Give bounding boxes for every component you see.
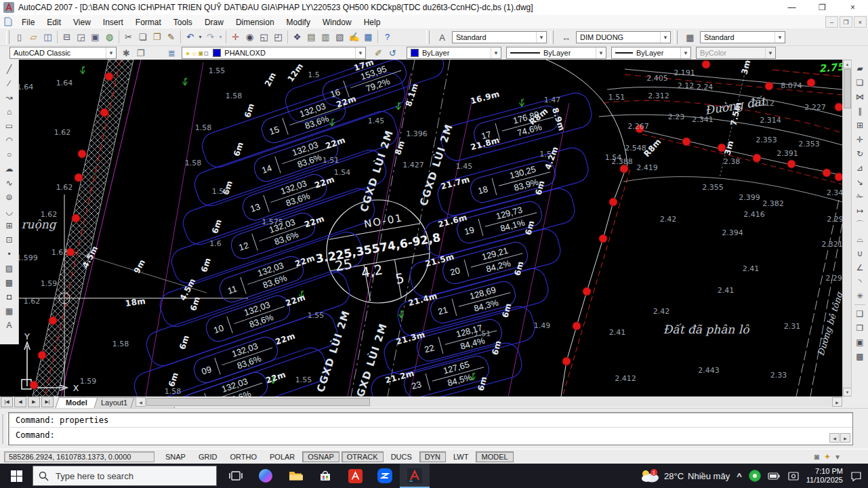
join-icon[interactable]: ∪: [853, 246, 867, 260]
search-input[interactable]: [54, 470, 192, 482]
drawing-hscrollbar[interactable]: ◀ ▶: [136, 397, 842, 407]
ellipse-icon[interactable]: ⊜: [3, 190, 16, 204]
workspace-settings-icon[interactable]: ✱: [119, 45, 133, 60]
trim-icon[interactable]: ✁: [853, 189, 867, 203]
dyn-toggle[interactable]: DYN: [419, 451, 446, 462]
rectangle-icon[interactable]: ▭: [3, 119, 16, 133]
rotate-icon[interactable]: ↻: [853, 146, 867, 161]
layer-previous-icon[interactable]: ↺: [386, 45, 400, 60]
acrobat-button[interactable]: [340, 464, 370, 488]
undo-dropdown-icon[interactable]: ▾: [197, 30, 203, 45]
scroll-right-button[interactable]: ▶: [832, 397, 842, 407]
plot-icon[interactable]: ⊟: [60, 30, 74, 45]
menu-draw[interactable]: Draw: [199, 16, 230, 28]
model-toggle[interactable]: MODEL: [476, 451, 513, 462]
menu-modify[interactable]: Modify: [281, 16, 316, 28]
insert-block-icon[interactable]: ⊞: [3, 218, 16, 232]
region-icon[interactable]: ◘: [3, 289, 16, 304]
stretch-icon[interactable]: ↘: [853, 175, 867, 189]
tab-model[interactable]: Model: [55, 397, 98, 408]
table-style-select[interactable]: Standard▼: [700, 31, 785, 43]
mtext-icon[interactable]: A: [3, 318, 16, 332]
menu-view[interactable]: View: [67, 16, 97, 28]
action-center-icon[interactable]: [850, 470, 863, 483]
spline-icon[interactable]: ∿: [3, 176, 16, 190]
vscroll-thumb[interactable]: [844, 69, 851, 108]
toolbar-grip[interactable]: [6, 30, 9, 44]
array-icon[interactable]: ⊞: [853, 118, 867, 132]
line-icon[interactable]: ╱: [3, 62, 16, 76]
revcloud-icon[interactable]: ☁: [3, 161, 16, 176]
snap-toggle[interactable]: SNAP: [160, 451, 191, 462]
layer-lock-icon[interactable]: ◙: [199, 49, 203, 57]
window-lock-icon[interactable]: ❐: [133, 45, 148, 60]
paste-icon[interactable]: ❐: [150, 30, 164, 45]
drawing-area[interactable]: 16 153,9579,2% 15 132,0383,6% 14 132,038…: [0, 60, 842, 396]
draworder-front-icon[interactable]: ❑: [853, 306, 867, 321]
designcenter-icon[interactable]: ▤: [304, 30, 318, 45]
break-icon[interactable]: ⌓: [853, 232, 867, 246]
linetype-select[interactable]: ByLayer▼: [506, 47, 606, 59]
quickcalc-icon[interactable]: ▦: [361, 30, 375, 45]
toolbar-lock-icon[interactable]: ◙: [814, 452, 819, 462]
color-select[interactable]: ByLayer▼: [407, 47, 501, 59]
taskbar-clock[interactable]: 7:10 PM 11/10/2025: [806, 467, 843, 485]
polyline-icon[interactable]: ↝: [3, 90, 16, 104]
zoom-previous-icon[interactable]: ◰: [271, 30, 285, 45]
new-file-icon[interactable]: ▯: [12, 30, 26, 45]
match-properties-icon[interactable]: ✎: [164, 30, 178, 45]
drawing-vscrollbar[interactable]: ▲ ▼: [842, 60, 852, 396]
publish-icon[interactable]: ▣: [88, 30, 102, 45]
command-scroll-left-button[interactable]: ◀: [829, 433, 840, 443]
menu-tools[interactable]: Tools: [167, 16, 199, 28]
autocad-taskbar-button[interactable]: [400, 464, 430, 488]
menu-edit[interactable]: Edit: [41, 16, 67, 28]
minimize-button[interactable]: —: [777, 0, 807, 15]
dim-style-select[interactable]: DIM DUONG▼: [576, 31, 671, 43]
draworder-above-icon[interactable]: ▣: [853, 335, 867, 349]
undo-icon[interactable]: ↶: [183, 30, 197, 45]
toolbar-grip[interactable]: [674, 30, 678, 44]
tray-expand-icon[interactable]: ^: [737, 471, 742, 481]
draworder-back-icon[interactable]: ❒: [853, 321, 867, 335]
hscroll-thumb[interactable]: [146, 398, 370, 406]
command-prompt[interactable]: Command:: [9, 427, 852, 442]
restore-button[interactable]: ❐: [807, 0, 838, 15]
osnap-toggle[interactable]: OSNAP: [302, 451, 339, 462]
cut-icon[interactable]: ✂: [121, 30, 136, 45]
close-button[interactable]: ×: [838, 0, 868, 15]
otrack-toggle[interactable]: OTRACK: [342, 451, 384, 462]
menu-window[interactable]: Window: [316, 16, 358, 28]
redo-dropdown-icon[interactable]: ▾: [218, 30, 224, 45]
hatch-icon[interactable]: ▨: [3, 261, 16, 275]
explode-icon[interactable]: ✳: [853, 289, 867, 303]
comm-center-icon[interactable]: ✦: [824, 452, 831, 462]
start-button[interactable]: [0, 464, 33, 488]
lineweight-select[interactable]: ByLayer▼: [611, 47, 691, 59]
plot-preview-icon[interactable]: ◲: [74, 30, 88, 45]
circle-icon[interactable]: ○: [3, 147, 16, 161]
chamfer-icon[interactable]: ∠: [853, 260, 867, 274]
mdi-minimize-button[interactable]: –: [825, 16, 838, 28]
grid-toggle[interactable]: GRID: [193, 451, 223, 462]
zalo-button[interactable]: [370, 464, 400, 488]
copy-icon[interactable]: ❏: [136, 30, 150, 45]
copilot-button[interactable]: [251, 464, 281, 488]
layer-freeze-icon[interactable]: ☼: [191, 49, 197, 57]
offset-icon[interactable]: ∥: [853, 104, 867, 118]
toolbar-grip[interactable]: [550, 30, 554, 44]
help-icon[interactable]: ?: [380, 30, 394, 45]
screen-capture-icon[interactable]: [787, 470, 800, 483]
text-style-select[interactable]: Standard▼: [452, 31, 547, 43]
table-icon[interactable]: ▦: [3, 304, 16, 318]
gradient-icon[interactable]: ▩: [3, 275, 16, 289]
save-icon[interactable]: ◫: [41, 30, 55, 45]
layer-plot-icon[interactable]: ◘: [204, 49, 208, 57]
menu-insert[interactable]: Insert: [97, 16, 129, 28]
sheetset-manager-icon[interactable]: ▧: [333, 30, 347, 45]
ortho-toggle[interactable]: ORTHO: [224, 451, 262, 462]
command-window-grip[interactable]: [2, 414, 8, 444]
layer-on-icon[interactable]: ●: [186, 49, 190, 57]
dim-style-icon[interactable]: ↔: [559, 30, 573, 45]
menu-format[interactable]: Format: [129, 16, 167, 28]
